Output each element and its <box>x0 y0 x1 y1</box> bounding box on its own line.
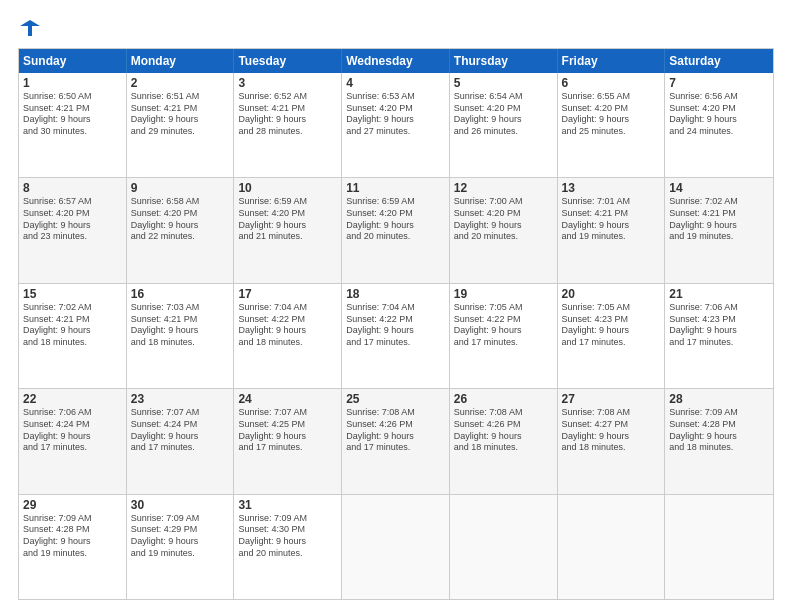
day-number: 19 <box>454 287 553 301</box>
day-number: 4 <box>346 76 445 90</box>
calendar-cell: 20Sunrise: 7:05 AMSunset: 4:23 PMDayligh… <box>558 284 666 388</box>
cell-text: Sunrise: 7:02 AMSunset: 4:21 PMDaylight:… <box>669 196 769 243</box>
day-number: 13 <box>562 181 661 195</box>
calendar-cell <box>342 495 450 599</box>
calendar-cell: 2Sunrise: 6:51 AMSunset: 4:21 PMDaylight… <box>127 73 235 177</box>
day-number: 7 <box>669 76 769 90</box>
day-number: 9 <box>131 181 230 195</box>
calendar-cell <box>450 495 558 599</box>
cell-text: Sunrise: 7:04 AMSunset: 4:22 PMDaylight:… <box>238 302 337 349</box>
calendar-cell: 4Sunrise: 6:53 AMSunset: 4:20 PMDaylight… <box>342 73 450 177</box>
calendar: SundayMondayTuesdayWednesdayThursdayFrid… <box>18 48 774 600</box>
svg-marker-0 <box>20 20 40 36</box>
cell-text: Sunrise: 6:59 AMSunset: 4:20 PMDaylight:… <box>238 196 337 243</box>
day-number: 29 <box>23 498 122 512</box>
calendar-cell: 28Sunrise: 7:09 AMSunset: 4:28 PMDayligh… <box>665 389 773 493</box>
calendar-cell: 5Sunrise: 6:54 AMSunset: 4:20 PMDaylight… <box>450 73 558 177</box>
calendar-cell: 10Sunrise: 6:59 AMSunset: 4:20 PMDayligh… <box>234 178 342 282</box>
weekday-header: Monday <box>127 49 235 73</box>
weekday-header: Saturday <box>665 49 773 73</box>
cell-text: Sunrise: 6:53 AMSunset: 4:20 PMDaylight:… <box>346 91 445 138</box>
day-number: 20 <box>562 287 661 301</box>
calendar-cell: 3Sunrise: 6:52 AMSunset: 4:21 PMDaylight… <box>234 73 342 177</box>
calendar-cell <box>558 495 666 599</box>
calendar-row: 1Sunrise: 6:50 AMSunset: 4:21 PMDaylight… <box>19 73 773 177</box>
calendar-row: 15Sunrise: 7:02 AMSunset: 4:21 PMDayligh… <box>19 283 773 388</box>
calendar-cell: 15Sunrise: 7:02 AMSunset: 4:21 PMDayligh… <box>19 284 127 388</box>
day-number: 11 <box>346 181 445 195</box>
weekday-header: Sunday <box>19 49 127 73</box>
weekday-header: Wednesday <box>342 49 450 73</box>
logo <box>18 18 40 38</box>
cell-text: Sunrise: 7:01 AMSunset: 4:21 PMDaylight:… <box>562 196 661 243</box>
calendar-cell: 23Sunrise: 7:07 AMSunset: 4:24 PMDayligh… <box>127 389 235 493</box>
day-number: 5 <box>454 76 553 90</box>
page: SundayMondayTuesdayWednesdayThursdayFrid… <box>0 0 792 612</box>
day-number: 21 <box>669 287 769 301</box>
cell-text: Sunrise: 6:56 AMSunset: 4:20 PMDaylight:… <box>669 91 769 138</box>
calendar-cell: 21Sunrise: 7:06 AMSunset: 4:23 PMDayligh… <box>665 284 773 388</box>
day-number: 8 <box>23 181 122 195</box>
cell-text: Sunrise: 7:07 AMSunset: 4:25 PMDaylight:… <box>238 407 337 454</box>
day-number: 24 <box>238 392 337 406</box>
calendar-cell: 13Sunrise: 7:01 AMSunset: 4:21 PMDayligh… <box>558 178 666 282</box>
cell-text: Sunrise: 7:08 AMSunset: 4:26 PMDaylight:… <box>454 407 553 454</box>
day-number: 28 <box>669 392 769 406</box>
day-number: 1 <box>23 76 122 90</box>
cell-text: Sunrise: 7:03 AMSunset: 4:21 PMDaylight:… <box>131 302 230 349</box>
day-number: 3 <box>238 76 337 90</box>
weekday-header: Tuesday <box>234 49 342 73</box>
cell-text: Sunrise: 6:57 AMSunset: 4:20 PMDaylight:… <box>23 196 122 243</box>
cell-text: Sunrise: 6:52 AMSunset: 4:21 PMDaylight:… <box>238 91 337 138</box>
calendar-row: 8Sunrise: 6:57 AMSunset: 4:20 PMDaylight… <box>19 177 773 282</box>
calendar-cell: 31Sunrise: 7:09 AMSunset: 4:30 PMDayligh… <box>234 495 342 599</box>
cell-text: Sunrise: 7:05 AMSunset: 4:22 PMDaylight:… <box>454 302 553 349</box>
calendar-row: 22Sunrise: 7:06 AMSunset: 4:24 PMDayligh… <box>19 388 773 493</box>
header <box>18 18 774 38</box>
calendar-cell: 14Sunrise: 7:02 AMSunset: 4:21 PMDayligh… <box>665 178 773 282</box>
cell-text: Sunrise: 7:05 AMSunset: 4:23 PMDaylight:… <box>562 302 661 349</box>
cell-text: Sunrise: 6:50 AMSunset: 4:21 PMDaylight:… <box>23 91 122 138</box>
calendar-cell: 12Sunrise: 7:00 AMSunset: 4:20 PMDayligh… <box>450 178 558 282</box>
cell-text: Sunrise: 7:04 AMSunset: 4:22 PMDaylight:… <box>346 302 445 349</box>
weekday-header: Thursday <box>450 49 558 73</box>
cell-text: Sunrise: 6:59 AMSunset: 4:20 PMDaylight:… <box>346 196 445 243</box>
day-number: 16 <box>131 287 230 301</box>
calendar-cell: 1Sunrise: 6:50 AMSunset: 4:21 PMDaylight… <box>19 73 127 177</box>
cell-text: Sunrise: 7:02 AMSunset: 4:21 PMDaylight:… <box>23 302 122 349</box>
calendar-cell: 29Sunrise: 7:09 AMSunset: 4:28 PMDayligh… <box>19 495 127 599</box>
calendar-cell: 25Sunrise: 7:08 AMSunset: 4:26 PMDayligh… <box>342 389 450 493</box>
calendar-cell: 19Sunrise: 7:05 AMSunset: 4:22 PMDayligh… <box>450 284 558 388</box>
cell-text: Sunrise: 7:09 AMSunset: 4:30 PMDaylight:… <box>238 513 337 560</box>
day-number: 18 <box>346 287 445 301</box>
calendar-cell: 27Sunrise: 7:08 AMSunset: 4:27 PMDayligh… <box>558 389 666 493</box>
cell-text: Sunrise: 7:08 AMSunset: 4:26 PMDaylight:… <box>346 407 445 454</box>
cell-text: Sunrise: 7:00 AMSunset: 4:20 PMDaylight:… <box>454 196 553 243</box>
cell-text: Sunrise: 7:08 AMSunset: 4:27 PMDaylight:… <box>562 407 661 454</box>
cell-text: Sunrise: 6:58 AMSunset: 4:20 PMDaylight:… <box>131 196 230 243</box>
day-number: 25 <box>346 392 445 406</box>
day-number: 26 <box>454 392 553 406</box>
day-number: 10 <box>238 181 337 195</box>
day-number: 23 <box>131 392 230 406</box>
calendar-cell: 16Sunrise: 7:03 AMSunset: 4:21 PMDayligh… <box>127 284 235 388</box>
cell-text: Sunrise: 7:09 AMSunset: 4:28 PMDaylight:… <box>23 513 122 560</box>
day-number: 27 <box>562 392 661 406</box>
calendar-body: 1Sunrise: 6:50 AMSunset: 4:21 PMDaylight… <box>19 73 773 599</box>
weekday-header: Friday <box>558 49 666 73</box>
day-number: 22 <box>23 392 122 406</box>
calendar-header: SundayMondayTuesdayWednesdayThursdayFrid… <box>19 49 773 73</box>
calendar-cell: 8Sunrise: 6:57 AMSunset: 4:20 PMDaylight… <box>19 178 127 282</box>
calendar-cell: 26Sunrise: 7:08 AMSunset: 4:26 PMDayligh… <box>450 389 558 493</box>
cell-text: Sunrise: 6:55 AMSunset: 4:20 PMDaylight:… <box>562 91 661 138</box>
calendar-row: 29Sunrise: 7:09 AMSunset: 4:28 PMDayligh… <box>19 494 773 599</box>
day-number: 30 <box>131 498 230 512</box>
cell-text: Sunrise: 7:09 AMSunset: 4:28 PMDaylight:… <box>669 407 769 454</box>
calendar-cell: 18Sunrise: 7:04 AMSunset: 4:22 PMDayligh… <box>342 284 450 388</box>
calendar-cell: 22Sunrise: 7:06 AMSunset: 4:24 PMDayligh… <box>19 389 127 493</box>
calendar-cell: 11Sunrise: 6:59 AMSunset: 4:20 PMDayligh… <box>342 178 450 282</box>
calendar-cell: 17Sunrise: 7:04 AMSunset: 4:22 PMDayligh… <box>234 284 342 388</box>
day-number: 6 <box>562 76 661 90</box>
calendar-cell: 9Sunrise: 6:58 AMSunset: 4:20 PMDaylight… <box>127 178 235 282</box>
calendar-cell: 7Sunrise: 6:56 AMSunset: 4:20 PMDaylight… <box>665 73 773 177</box>
